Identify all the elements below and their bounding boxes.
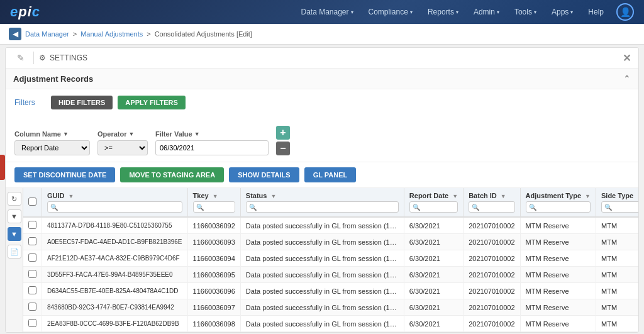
gl-panel-button[interactable]: GL PANEL (304, 167, 357, 182)
sort-icon: ▼ (637, 193, 638, 199)
tkey-cell: 11660036093 (187, 234, 240, 250)
filters-label: Filters (14, 98, 46, 107)
tkey-cell: 11660036097 (187, 299, 240, 316)
guid-col-header: GUID ▼ (42, 188, 188, 217)
column-name-label: Column Name ▼ (14, 130, 90, 138)
column-name-select[interactable]: Report Date (14, 140, 90, 155)
row-checkbox[interactable] (28, 221, 36, 229)
tkey-cell: 11660036095 (187, 267, 240, 283)
toolbar-divider (33, 52, 34, 64)
row-checkbox[interactable] (28, 253, 36, 262)
batch-id-search[interactable] (469, 201, 514, 213)
table-row[interactable]: 843680BD-92C3-4747-B0E7-C93814EA9942 116… (23, 299, 638, 316)
nav-compliance[interactable]: Compliance ▾ (362, 5, 419, 19)
breadcrumb-data-manager[interactable]: Data Manager (25, 30, 69, 38)
side-type-search[interactable] (601, 201, 638, 213)
hide-filters-button[interactable]: HIDE FILTERS (51, 96, 113, 109)
table-row[interactable]: D634AC55-EB7E-40EB-825A-480478A4C1DD 116… (23, 283, 638, 299)
guid-cell: 3D55FF3-FACA-47E6-99A4-B4895F35EEE0 (42, 267, 188, 283)
nav-admin[interactable]: Admin ▾ (467, 5, 506, 19)
batch-id-col-header: Batch ID ▼ (464, 188, 520, 217)
adjustment-type-col-header: Adjustment Type ▼ (520, 188, 596, 217)
select-all-checkbox[interactable] (28, 198, 36, 206)
table-row[interactable]: AF21E12D-AE37-4ACA-832E-C9BB979C4D6F 116… (23, 250, 638, 267)
back-button[interactable]: ◀ (9, 28, 21, 40)
apply-filters-button[interactable]: APPLY FILTERS (118, 96, 186, 109)
chevron-down-icon: ▾ (497, 9, 499, 15)
user-profile-icon[interactable]: 👤 (616, 3, 634, 21)
batch-id-cell: 202107010002 (464, 217, 520, 234)
remove-filter-button[interactable]: − (276, 142, 290, 155)
row-checkbox-cell (23, 283, 42, 299)
side-type-cell: MTM (596, 217, 639, 234)
table-row[interactable]: 2EA83F8B-0CCC-4699-B3FE-F120AB62DB9B 116… (23, 316, 638, 332)
tkey-cell: 11660036098 (187, 316, 240, 332)
row-checkbox[interactable] (28, 286, 36, 294)
add-filter-button[interactable]: + (276, 126, 290, 140)
section-header: Adjustment Records ⌃ (6, 69, 638, 89)
operator-select[interactable]: >= (97, 140, 148, 155)
tkey-search[interactable] (193, 201, 235, 213)
guid-cell: 4811377A-D7D8-4118-9E80-C51025360755 (42, 217, 188, 234)
chevron-down-icon: ▾ (351, 9, 353, 15)
adjustment-type-cell: MTM Reserve (520, 267, 596, 283)
settings-label: SETTINGS (50, 53, 87, 62)
breadcrumb-manual-adjustments[interactable]: Manual Adjustments (80, 30, 143, 38)
collapse-icon[interactable]: ⌃ (623, 74, 631, 84)
refresh-button[interactable]: ↻ (8, 192, 21, 206)
tkey-cell: 11660036092 (187, 217, 240, 234)
chevron-down-icon: ▾ (456, 9, 458, 15)
side-type-cell: MTM (596, 267, 639, 283)
status-cell: Data posted successfully in GL from sess… (240, 267, 404, 283)
side-type-cell: MTM (596, 299, 639, 316)
filter-active-button[interactable]: ▼ (8, 227, 21, 241)
guid-cell: A0E5EC57-FDAC-4AED-AD1C-B9FB821B396E (42, 234, 188, 250)
status-search[interactable] (246, 201, 399, 213)
adjustment-type-search[interactable] (526, 201, 591, 213)
guid-cell: AF21E12D-AE37-4ACA-832E-C9BB979C4D6F (42, 250, 188, 267)
tkey-cell: 11660036094 (187, 250, 240, 267)
report-date-cell: 6/30/2021 (404, 250, 463, 267)
nav-help[interactable]: Help (582, 5, 610, 19)
row-checkbox[interactable] (28, 237, 36, 245)
row-checkbox[interactable] (28, 303, 36, 311)
batch-id-cell: 202107010002 (464, 299, 520, 316)
filter-side-button[interactable]: ▼ (8, 209, 21, 223)
set-discontinue-button[interactable]: SET DISCONTINUE DATE (14, 167, 115, 182)
nav-tools[interactable]: Tools ▾ (508, 5, 543, 19)
filter-value-input[interactable] (155, 140, 269, 155)
side-type-cell: MTM (596, 234, 639, 250)
adjustment-type-cell: MTM Reserve (520, 299, 596, 316)
close-button[interactable]: ✕ (623, 52, 631, 64)
adjustment-type-cell: MTM Reserve (520, 217, 596, 234)
table-row[interactable]: A0E5EC57-FDAC-4AED-AD1C-B9FB821B396E 116… (23, 234, 638, 250)
batch-id-cell: 202107010002 (464, 283, 520, 299)
nav-data-manager[interactable]: Data Manager ▾ (294, 5, 359, 19)
report-date-search[interactable] (409, 201, 458, 213)
batch-id-cell: 202107010002 (464, 250, 520, 267)
nav-apps[interactable]: Apps ▾ (545, 5, 579, 19)
export-button[interactable]: 📄 (8, 245, 21, 259)
move-to-staging-button[interactable]: MOVE TO STAGING AREA (120, 167, 224, 182)
edit-icon[interactable]: ✎ (13, 52, 28, 64)
table-row[interactable]: 3D55FF3-FACA-47E6-99A4-B4895F35EEE0 1166… (23, 267, 638, 283)
data-table: GUID ▼ Tkey ▼ Status ▼ Report Date (23, 188, 638, 332)
report-date-cell: 6/30/2021 (404, 283, 463, 299)
side-type-cell: MTM (596, 316, 639, 332)
chevron-down-icon: ▾ (570, 9, 573, 15)
action-buttons: SET DISCONTINUE DATE MOVE TO STAGING ARE… (6, 162, 638, 188)
batch-id-cell: 202107010002 (464, 267, 520, 283)
guid-search[interactable] (47, 201, 182, 213)
show-details-button[interactable]: SHOW DETAILS (229, 167, 299, 182)
table-row[interactable]: 4811377A-D7D8-4118-9E80-C51025360755 116… (23, 217, 638, 234)
breadcrumb-current: Consolidated Adjustments [Edit] (155, 30, 252, 38)
status-cell: Data posted successfully in GL from sess… (240, 316, 404, 332)
sort-icon: ▼ (452, 193, 458, 199)
content-wrapper: ↻ ▼ ▼ 📄 GUID ▼ (6, 188, 638, 332)
adjustment-type-cell: MTM Reserve (520, 316, 596, 332)
select-all-col (23, 188, 42, 217)
column-name-filter: Column Name ▼ Report Date (14, 130, 90, 155)
row-checkbox[interactable] (28, 319, 36, 327)
nav-reports[interactable]: Reports ▾ (421, 5, 465, 19)
row-checkbox[interactable] (28, 270, 36, 278)
